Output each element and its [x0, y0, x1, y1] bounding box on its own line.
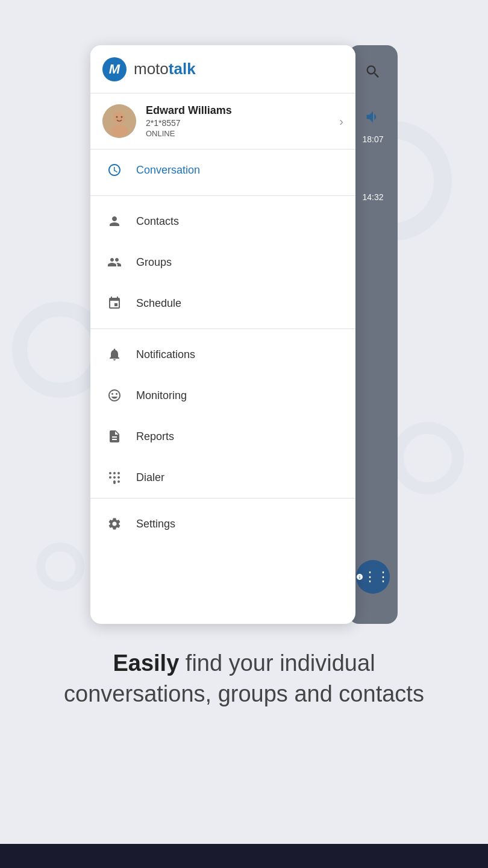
app-name: mototalk	[134, 60, 196, 78]
notifications-label: Notifications	[136, 348, 195, 361]
main-panel: M mototalk	[90, 45, 355, 624]
schedule-icon	[105, 294, 124, 313]
dialer-icon	[105, 468, 124, 487]
svg-point-3	[116, 116, 118, 118]
page-wrapper: 18:07 14:32 ⋮⋮ M mototalk	[0, 0, 488, 868]
search-icon[interactable]	[364, 63, 381, 84]
notifications-icon	[105, 345, 124, 364]
user-id: 2*1*8557	[146, 118, 339, 128]
nav-item-monitoring[interactable]: Monitoring	[90, 375, 355, 416]
conversation-label: Conversation	[136, 164, 200, 177]
bottom-nav-bar	[0, 844, 488, 868]
app-name-moto: moto	[134, 60, 169, 78]
divider-1	[90, 195, 355, 196]
nav-item-dialer[interactable]: Dialer	[90, 457, 355, 498]
monitoring-label: Monitoring	[136, 389, 187, 402]
nav-item-schedule[interactable]: Schedule	[90, 283, 355, 324]
conversation-icon	[105, 160, 124, 180]
monitoring-icon	[105, 386, 124, 405]
settings-icon	[105, 514, 124, 533]
user-name: Edward Williams	[146, 104, 339, 117]
nav-menu: Conversation Contacts	[90, 149, 355, 544]
profile-chevron-icon[interactable]: ›	[339, 115, 343, 128]
groups-label: Groups	[136, 256, 172, 269]
sidebar-panel: 18:07 14:32 ⋮⋮	[348, 45, 398, 624]
nav-item-contacts[interactable]: Contacts	[90, 201, 355, 242]
svg-point-2	[111, 125, 128, 137]
contacts-icon	[105, 212, 124, 231]
nav-item-groups[interactable]: Groups	[90, 242, 355, 283]
motorola-logo: M	[102, 57, 127, 81]
sidebar-time-2: 14:32	[362, 192, 383, 202]
reports-icon	[105, 427, 124, 446]
sidebar-time-1: 18:07	[362, 134, 383, 144]
nav-item-reports[interactable]: Reports	[90, 416, 355, 457]
groups-icon	[105, 253, 124, 272]
nav-item-conversation[interactable]: Conversation	[90, 149, 355, 190]
bottom-text: Easily find your individual conversation…	[0, 648, 488, 710]
avatar	[102, 104, 136, 138]
nav-item-settings[interactable]: Settings	[90, 503, 355, 544]
reports-label: Reports	[136, 430, 174, 443]
app-name-talk: talk	[169, 60, 196, 78]
settings-section: Settings	[90, 498, 355, 544]
user-profile[interactable]: Edward Williams 2*1*8557 ONLINE ›	[90, 93, 355, 149]
dialer-label: Dialer	[136, 471, 164, 484]
dialer-fab[interactable]: ⋮⋮	[356, 560, 390, 594]
phone-mockup: 18:07 14:32 ⋮⋮ M mototalk	[90, 45, 398, 624]
volume-icon[interactable]	[364, 108, 381, 130]
nav-item-notifications[interactable]: Notifications	[90, 334, 355, 375]
user-info: Edward Williams 2*1*8557 ONLINE	[146, 104, 339, 138]
divider-2	[90, 329, 355, 329]
settings-label: Settings	[136, 518, 175, 530]
app-header: M mototalk	[90, 45, 355, 93]
svg-point-1	[113, 112, 125, 124]
bottom-text-bold: Easily	[113, 650, 179, 676]
user-status: ONLINE	[146, 129, 339, 138]
svg-point-4	[121, 116, 123, 118]
schedule-label: Schedule	[136, 297, 181, 310]
contacts-label: Contacts	[136, 215, 179, 228]
